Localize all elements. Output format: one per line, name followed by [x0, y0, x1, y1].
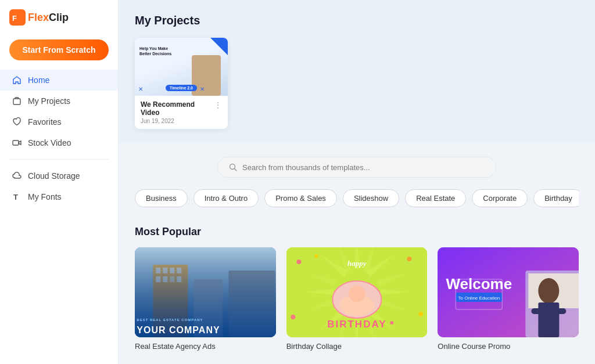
category-pills: Business Intro & Outro Promo & Sales Sli…: [135, 189, 579, 210]
svg-text:T: T: [13, 193, 18, 201]
project-name: We Recommend Video: [141, 100, 214, 117]
project-details: We Recommend Video Jun 19, 2022: [141, 100, 214, 124]
project-date: Jun 19, 2022: [141, 118, 214, 124]
bd-thumbnail: happy BIRTHDAY: [286, 247, 428, 337]
svg-text:BIRTHDAY: BIRTHDAY: [327, 319, 386, 330]
svg-text:To Online Education: To Online Education: [458, 295, 500, 301]
thumb-text: Help You MakeBetter Decisions: [139, 46, 171, 56]
svg-rect-18: [135, 247, 276, 337]
projects-section: My Projects Help You MakeBetter Decision…: [119, 0, 595, 143]
sidebar-item-home-label: Home: [28, 75, 49, 85]
svg-point-38: [296, 260, 301, 264]
fonts-icon: T: [12, 192, 22, 202]
svg-rect-54: [532, 308, 549, 314]
project-menu-button[interactable]: ⋮: [214, 100, 222, 110]
sidebar-item-stock-video[interactable]: Stock Video: [0, 132, 118, 153]
projects-section-title: My Projects: [135, 14, 579, 27]
search-icon: [228, 163, 238, 172]
category-pill-corporate[interactable]: Corporate: [472, 189, 528, 207]
svg-point-40: [291, 315, 295, 319]
category-pill-intro-outro[interactable]: Intro & Outro: [193, 189, 259, 207]
svg-rect-3: [13, 140, 19, 145]
logo: F FlexClip: [9, 9, 109, 26]
sidebar-item-my-projects-label: My Projects: [28, 96, 70, 106]
template-card-real-estate[interactable]: BEST REAL ESTATE COMPANY YOUR COMPANY Re…: [135, 247, 276, 351]
sidebar-item-my-projects[interactable]: My Projects: [0, 91, 118, 111]
svg-point-39: [407, 257, 411, 261]
sidebar-item-favorites[interactable]: Favorites: [0, 111, 118, 132]
re-building-bg: BEST REAL ESTATE COMPANY YOUR COMPANY: [135, 247, 276, 337]
svg-rect-55: [549, 308, 567, 314]
thumb-corner-decoration: [210, 38, 228, 55]
svg-text:YOUR COMPANY: YOUR COMPANY: [137, 325, 220, 335]
thumb-x-icon: ✕: [138, 86, 143, 92]
svg-text:BEST REAL ESTATE COMPANY: BEST REAL ESTATE COMPANY: [137, 318, 203, 322]
category-pill-slideshow[interactable]: Slideshow: [343, 189, 399, 207]
sidebar-item-home[interactable]: Home: [0, 70, 118, 91]
flexclip-logo-icon: F: [9, 9, 26, 26]
nav-divider-1: [9, 159, 109, 160]
logo-text: FlexClip: [28, 12, 69, 24]
nav-section: Home My Projects Favorites Stock Video: [0, 70, 118, 355]
svg-rect-53: [539, 302, 560, 337]
oc-card-name: Online Course Promo: [438, 342, 579, 351]
search-bar: [217, 157, 496, 178]
category-pill-business[interactable]: Business: [135, 189, 188, 207]
sidebar: F FlexClip Start From Scratch Home My Pr…: [0, 0, 119, 364]
sidebar-item-favorites-label: Favorites: [28, 117, 62, 127]
re-building-svg: BEST REAL ESTATE COMPANY YOUR COMPANY: [135, 247, 276, 337]
sidebar-item-stock-video-label: Stock Video: [28, 138, 71, 147]
svg-point-43: [390, 321, 393, 325]
project-info: We Recommend Video Jun 19, 2022 ⋮: [135, 96, 228, 129]
category-pill-birthday[interactable]: Birthday: [533, 189, 579, 207]
cloud-icon: [12, 171, 22, 181]
oc-svg: Welcome To Online Education: [438, 247, 579, 337]
sidebar-item-my-fonts-label: My Fonts: [28, 192, 62, 201]
template-card-birthday[interactable]: happy BIRTHDAY Birthday Collage: [286, 247, 428, 351]
svg-rect-2: [13, 99, 20, 104]
template-area: Business Intro & Outro Promo & Sales Sli…: [119, 143, 595, 364]
main-content: My Projects Help You MakeBetter Decision…: [119, 0, 595, 364]
template-card-online-course[interactable]: Welcome To Online Education Online Cours…: [438, 247, 579, 351]
sidebar-item-cloud-storage[interactable]: Cloud Storage: [0, 165, 118, 186]
thumb-x2-icon: ✕: [200, 86, 205, 92]
bd-card-name: Birthday Collage: [286, 342, 428, 351]
svg-point-52: [539, 278, 560, 304]
project-thumbnail: Help You MakeBetter Decisions ✕ ✕ Timeli…: [135, 38, 228, 96]
home-icon: [12, 75, 22, 85]
projects-icon: [12, 96, 22, 106]
search-bar-wrap: [135, 157, 579, 178]
oc-thumbnail: Welcome To Online Education: [438, 247, 579, 337]
popular-section-title: Most Popular: [135, 226, 579, 238]
svg-point-47: [349, 286, 365, 302]
category-pill-real-estate[interactable]: Real Estate: [405, 189, 466, 207]
re-thumbnail: BEST REAL ESTATE COMPANY YOUR COMPANY: [135, 247, 276, 337]
svg-point-41: [418, 312, 423, 316]
projects-list: Help You MakeBetter Decisions ✕ ✕ Timeli…: [135, 38, 579, 129]
template-search-input[interactable]: [242, 163, 485, 172]
svg-text:happy: happy: [347, 259, 367, 268]
sidebar-item-my-fonts[interactable]: T My Fonts: [0, 186, 118, 207]
video-icon: [12, 138, 22, 148]
project-badge: Timeline 2.0: [166, 85, 197, 91]
template-grid: BEST REAL ESTATE COMPANY YOUR COMPANY Re…: [135, 247, 579, 351]
sidebar-item-cloud-storage-label: Cloud Storage: [28, 171, 80, 181]
project-card[interactable]: Help You MakeBetter Decisions ✕ ✕ Timeli…: [135, 38, 228, 129]
svg-point-42: [314, 254, 318, 258]
bd-svg: happy BIRTHDAY: [286, 247, 428, 337]
heart-icon: [12, 117, 22, 127]
start-from-scratch-button[interactable]: Start From Scratch: [9, 39, 109, 60]
svg-text:F: F: [12, 14, 17, 23]
re-card-name: Real Estate Agency Ads: [135, 342, 276, 351]
category-pill-promo-sales[interactable]: Promo & Sales: [264, 189, 337, 207]
logo-area: F FlexClip: [0, 9, 118, 35]
